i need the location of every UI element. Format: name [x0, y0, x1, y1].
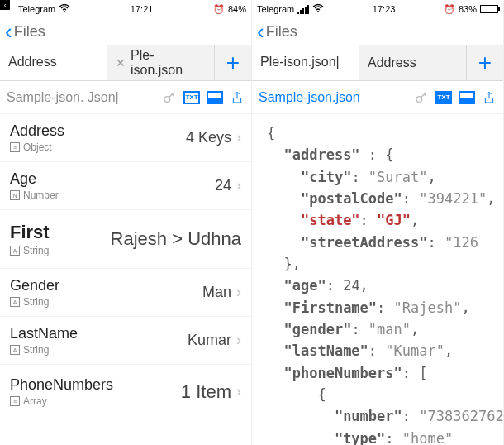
- tab-label: Ple-ison.json: [131, 48, 206, 78]
- carrier-label: Telegram: [18, 4, 55, 14]
- json-raw-view[interactable]: { "address" : { "city": "Surat", "postal…: [252, 114, 503, 445]
- alarm-icon: ⏰: [213, 4, 225, 15]
- nav-bar: ‹ Files: [0, 18, 251, 45]
- chevron-right-icon: ›: [236, 383, 241, 400]
- wifi-icon: [312, 4, 324, 14]
- image-view-icon[interactable]: [459, 91, 475, 104]
- list-item[interactable]: LastNameAString Kumar›: [0, 317, 251, 365]
- tab-label: Address: [8, 55, 57, 69]
- tab-json-file[interactable]: ✕ Ple-ison.json: [107, 45, 215, 80]
- plus-icon: +: [478, 50, 492, 76]
- key-icon[interactable]: [162, 90, 177, 105]
- svg-point-0: [64, 11, 65, 12]
- chevron-right-icon: ›: [236, 332, 241, 349]
- list-item[interactable]: PhoneNumbers≡Array 1 Item›: [0, 365, 251, 419]
- new-tab-button[interactable]: +: [467, 45, 503, 80]
- battery-icon: [480, 5, 498, 13]
- text-view-icon[interactable]: TXT: [435, 91, 452, 104]
- svg-point-1: [164, 96, 170, 102]
- pane-raw: Telegram 17:23 ⏰ 83% ‹ Files Ple-ison.js…: [252, 0, 504, 445]
- text-view-icon[interactable]: TXT: [183, 91, 200, 104]
- image-view-icon[interactable]: [207, 91, 223, 104]
- back-chevron-icon[interactable]: ‹: [257, 21, 264, 42]
- alarm-icon: ⏰: [444, 4, 455, 15]
- carrier-label: Telegram: [257, 4, 294, 14]
- wifi-icon: [59, 4, 70, 14]
- share-icon[interactable]: [230, 90, 245, 105]
- nav-bar: ‹ Files: [252, 18, 503, 45]
- tab-bar: Ple-ison.json| Address +: [252, 45, 503, 81]
- tab-bar: Address ✕ Ple-ison.json +: [0, 45, 251, 81]
- status-bar: Telegram 17:23 ⏰ 83%: [252, 0, 503, 18]
- back-chevron-icon[interactable]: ‹: [5, 21, 12, 42]
- list-item[interactable]: FirstAString Rajesh > Udhna: [0, 210, 251, 269]
- tab-label: Address: [368, 55, 416, 70]
- chevron-right-icon: ›: [236, 129, 241, 146]
- back-label[interactable]: Files: [266, 23, 297, 41]
- key-icon[interactable]: [414, 90, 429, 105]
- breadcrumb: Sample-json. Json|: [7, 90, 155, 105]
- list-item[interactable]: AgeNNumber 24›: [0, 162, 251, 210]
- tab-json-file[interactable]: Ple-ison.json|: [252, 45, 359, 80]
- path-bar: Sample-json.json TXT: [252, 81, 503, 114]
- breadcrumb: Sample-json.json: [259, 90, 407, 105]
- clock-label: 17:23: [373, 4, 396, 14]
- tab-address[interactable]: Address: [0, 45, 107, 80]
- svg-point-3: [416, 96, 422, 102]
- path-bar: Sample-json. Json| TXT: [0, 81, 251, 114]
- svg-point-2: [317, 11, 319, 12]
- battery-percent: 83%: [459, 4, 477, 14]
- list-item[interactable]: Address≡Object 4 Keys›: [0, 114, 251, 162]
- property-list: Address≡Object 4 Keys› AgeNNumber 24› Fi…: [0, 114, 251, 445]
- tab-address[interactable]: Address: [359, 45, 467, 80]
- chevron-right-icon: ›: [236, 177, 241, 194]
- battery-percent: 84%: [228, 4, 246, 14]
- list-item[interactable]: GenderAString Man›: [0, 269, 251, 317]
- pane-structured: ‹ Telegram 17:21 ⏰ 84% ‹ Files Address ✕…: [0, 0, 252, 445]
- new-tab-button[interactable]: +: [215, 45, 251, 80]
- share-icon[interactable]: [482, 90, 497, 105]
- tab-label: Ple-ison.json|: [260, 55, 340, 69]
- back-label[interactable]: Files: [14, 23, 45, 41]
- signal-icon: [297, 5, 309, 14]
- plus-icon: +: [226, 50, 240, 76]
- back-to-telegram-icon[interactable]: ‹: [0, 0, 10, 10]
- clock-label: 17:21: [131, 4, 154, 14]
- status-bar: Telegram 17:21 ⏰ 84%: [0, 0, 251, 18]
- close-tab-icon[interactable]: ✕: [116, 56, 126, 69]
- chevron-right-icon: ›: [236, 284, 241, 301]
